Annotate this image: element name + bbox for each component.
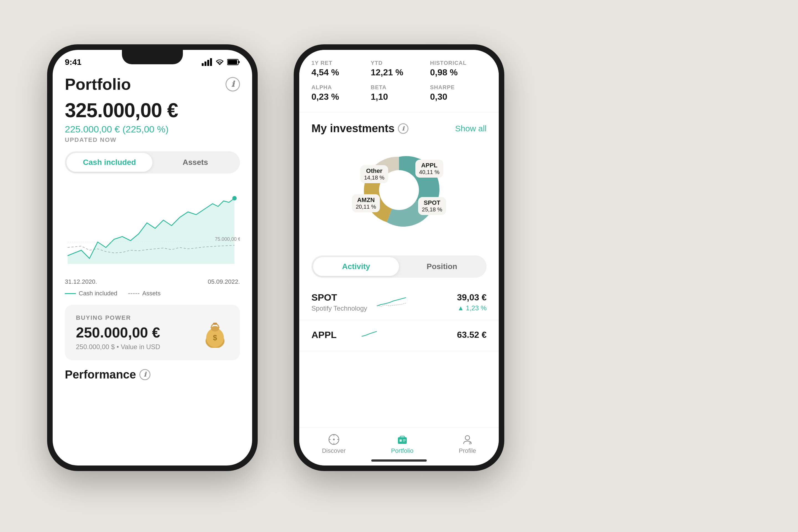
discover-icon xyxy=(328,433,340,445)
portfolio-header: Portfolio ℹ xyxy=(65,75,240,93)
svg-rect-2 xyxy=(207,60,209,66)
svg-rect-0 xyxy=(202,63,204,66)
stats-section: 1Y RET 4,54 % YTD 12,21 % HISTORICAL 0,9… xyxy=(299,50,499,112)
stats-grid: 1Y RET 4,54 % YTD 12,21 % HISTORICAL 0,9… xyxy=(311,60,487,102)
svg-rect-24 xyxy=(400,439,402,442)
svg-point-7 xyxy=(232,196,236,200)
donut-svg xyxy=(352,143,446,237)
info-icon: ℹ xyxy=(231,79,234,89)
assets-tab[interactable]: Assets xyxy=(152,153,238,172)
info-button[interactable]: ℹ xyxy=(226,77,240,92)
notch-left xyxy=(122,50,183,64)
stock-appl-ticker: APPL xyxy=(311,329,337,340)
stock-spot-price-info: 39,03 € ▲ 1,23 % xyxy=(457,292,487,312)
nav-discover[interactable]: Discover xyxy=(322,433,346,454)
legend-dashed-line xyxy=(128,293,139,294)
status-icons-left xyxy=(202,58,240,66)
portfolio-chart: 75.000,00 € xyxy=(65,181,240,276)
signal-icon xyxy=(202,58,212,66)
donut-label-appl: APPL 40,11 % xyxy=(415,159,443,177)
spot-chart-svg xyxy=(376,295,409,309)
stat-ytd: YTD 12,21 % xyxy=(371,60,427,78)
portfolio-value: 325.000,00 € xyxy=(65,99,240,122)
chart-dates: 31.12.2020. 05.09.2022. xyxy=(65,278,240,285)
right-phone-screen: 1Y RET 4,54 % YTD 12,21 % HISTORICAL 0,9… xyxy=(299,50,499,466)
chart-date-end: 05.09.2022. xyxy=(208,278,240,285)
legend-assets-label: Assets xyxy=(142,290,160,297)
donut-label-other: Other 14,18 % xyxy=(360,165,388,183)
activity-tab[interactable]: Activity xyxy=(313,257,399,276)
left-content: Portfolio ℹ 325.000,00 € 225.000,00 € (2… xyxy=(53,69,252,381)
show-all-link[interactable]: Show all xyxy=(455,124,487,133)
nav-portfolio-label: Portfolio xyxy=(391,447,413,454)
svg-rect-5 xyxy=(239,61,240,63)
stock-spot-change: ▲ 1,23 % xyxy=(457,304,487,312)
money-bag-svg: $ xyxy=(201,317,229,348)
svg-rect-1 xyxy=(205,61,206,66)
stock-spot-mini-chart xyxy=(376,295,449,310)
investments-info-button[interactable]: ℹ xyxy=(398,123,408,134)
nav-portfolio[interactable]: Portfolio xyxy=(391,433,413,454)
legend-cash: Cash included xyxy=(65,290,117,297)
performance-section: Performance ℹ xyxy=(65,368,240,381)
appl-chart-svg xyxy=(345,328,378,342)
performance-title-text: Performance xyxy=(65,368,136,381)
activity-tab-container: Activity Position xyxy=(311,255,487,278)
stock-spot-price: 39,03 € xyxy=(457,292,487,303)
legend-cash-label: Cash included xyxy=(79,290,117,297)
stock-appl-price-info: 63.52 € xyxy=(457,330,487,342)
stock-appl-price: 63.52 € xyxy=(457,330,487,340)
stat-alpha: ALPHA 0,23 % xyxy=(311,84,368,102)
nav-profile[interactable]: Profile xyxy=(459,433,476,454)
svg-point-12 xyxy=(211,326,219,332)
buying-power-info: BUYING POWER 250.000,00 € 250.000,00 $ •… xyxy=(76,314,160,351)
home-indicator xyxy=(371,459,427,462)
legend-solid-line xyxy=(65,293,76,294)
investments-section: My investments ℹ Show all xyxy=(299,112,499,255)
buying-power-sub: 250.000,00 $ • Value in USD xyxy=(76,343,160,351)
chart-tab-container: Cash included Assets xyxy=(65,151,240,173)
money-bag-icon: $ xyxy=(201,317,229,348)
portfolio-title: Portfolio xyxy=(65,75,131,93)
investments-header: My investments ℹ Show all xyxy=(311,122,487,135)
svg-rect-6 xyxy=(228,60,237,64)
buying-power-card: BUYING POWER 250.000,00 € 250.000,00 $ •… xyxy=(65,305,240,360)
chart-svg: 75.000,00 € xyxy=(65,181,240,276)
performance-info-button[interactable]: ℹ xyxy=(139,369,150,380)
stock-spot-name: Spotify Technology xyxy=(311,305,367,312)
battery-icon xyxy=(227,59,240,65)
right-phone: 1Y RET 4,54 % YTD 12,21 % HISTORICAL 0,9… xyxy=(294,44,504,471)
nav-profile-label: Profile xyxy=(459,447,476,454)
stat-beta: BETA 1,10 xyxy=(371,84,427,102)
svg-rect-25 xyxy=(403,439,406,440)
left-phone: 9:41 xyxy=(47,44,258,471)
stock-spot-info: SPOT Spotify Technology xyxy=(311,292,367,312)
stat-sharpe: SHARPE 0,30 xyxy=(430,84,487,102)
nav-discover-label: Discover xyxy=(322,447,346,454)
stat-1y-ret: 1Y RET 4,54 % xyxy=(311,60,368,78)
wifi-icon xyxy=(215,58,225,66)
portfolio-change: 225.000,00 € (225,00 %) xyxy=(65,124,240,135)
chart-date-start: 31.12.2020. xyxy=(65,278,97,285)
legend-assets: Assets xyxy=(128,290,160,297)
svg-rect-14 xyxy=(213,323,217,325)
cash-included-tab[interactable]: Cash included xyxy=(66,153,152,172)
investments-title: My investments ℹ xyxy=(311,122,408,135)
stock-appl-mini-chart xyxy=(345,328,449,343)
stat-historical: HISTORICAL 0,98 % xyxy=(430,60,487,78)
profile-icon xyxy=(461,433,474,445)
svg-point-27 xyxy=(465,436,470,440)
chart-legend: Cash included Assets xyxy=(65,290,240,297)
donut-label-amzn: AMZN 20,11 % xyxy=(352,194,380,212)
position-tab[interactable]: Position xyxy=(399,257,485,276)
svg-rect-3 xyxy=(210,58,212,66)
stock-item-appl[interactable]: APPL 63.52 € xyxy=(299,320,499,351)
donut-chart: APPL 40,11 % SPOT 25,18 % AMZN 20,11 % O… xyxy=(352,143,446,237)
svg-text:75.000,00 €: 75.000,00 € xyxy=(215,236,240,242)
stock-spot-ticker: SPOT xyxy=(311,292,367,303)
stock-appl-info: APPL xyxy=(311,329,337,342)
updated-label: UPDATED NOW xyxy=(65,136,240,144)
svg-point-17 xyxy=(333,439,335,440)
stock-item-spot[interactable]: SPOT Spotify Technology 39,03 € ▲ 1,23 % xyxy=(299,284,499,320)
svg-text:$: $ xyxy=(213,334,217,342)
